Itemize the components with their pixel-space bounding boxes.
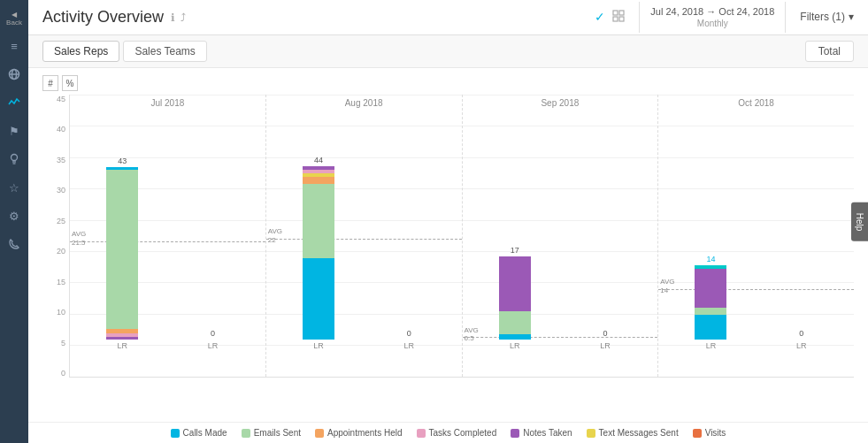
bar-total-label: 0 — [407, 329, 411, 338]
bar-segment — [499, 311, 531, 334]
legend-color-appointments — [315, 429, 324, 438]
toolbar: Sales Reps Sales Teams Total — [28, 35, 868, 68]
bar-segment — [106, 337, 138, 340]
bar-segment — [499, 334, 531, 340]
month-label-jul: Jul 2018 — [70, 98, 265, 108]
bar-group: 0 LR — [786, 329, 818, 350]
sidebar-item-flag[interactable]: ⚑ — [2, 118, 27, 143]
sidebar-item-activity[interactable] — [2, 90, 27, 115]
bar-group: 0 LR — [589, 329, 621, 350]
bar-x-label: LR — [404, 341, 415, 350]
tab-sales-teams[interactable]: Sales Teams — [123, 41, 206, 62]
main-content: Activity Overview ℹ ⤴ ✓ Jul 24, 2018 → O… — [28, 0, 868, 443]
bar-x-label: LR — [600, 341, 611, 350]
svg-rect-8 — [613, 17, 618, 21]
y-axis: 45 40 35 30 25 20 15 10 5 0 — [42, 95, 69, 378]
month-oct: Oct 2018 AVG14 14 — [658, 95, 854, 377]
legend-color-texts — [587, 429, 595, 438]
date-range[interactable]: Jul 24, 2018 → Oct 24, 2018 Monthly — [639, 2, 786, 33]
grid-view-icon[interactable] — [612, 10, 625, 25]
legend-calls-made: Calls Made — [171, 428, 227, 438]
stacked-bar — [695, 265, 726, 340]
chart-legend: Calls Made Emails Sent Appointments Held… — [28, 422, 868, 443]
svg-point-3 — [12, 155, 18, 161]
share-icon[interactable]: ⤴ — [181, 11, 186, 24]
legend-label-calls: Calls Made — [183, 428, 227, 438]
month-aug: Aug 2018 AVG22 44 — [266, 95, 463, 377]
header-right: ✓ Jul 24, 2018 → Oct 24, 2018 Monthly Fi… — [595, 2, 854, 33]
bar-group: 0 LR — [393, 329, 425, 350]
legend-visits: Visits — [693, 428, 726, 438]
legend-text-messages: Text Messages Sent — [587, 428, 679, 438]
svg-rect-7 — [619, 11, 624, 15]
header: Activity Overview ℹ ⤴ ✓ Jul 24, 2018 → O… — [28, 0, 868, 35]
svg-rect-6 — [613, 11, 618, 15]
month-label-aug: Aug 2018 — [266, 98, 462, 108]
legend-color-tasks — [417, 429, 426, 438]
legend-notes: Notes Taken — [511, 428, 572, 438]
back-button[interactable]: ◀ Back — [6, 7, 22, 30]
absolute-btn[interactable]: # — [42, 75, 58, 91]
page-title: Activity Overview — [42, 8, 164, 27]
info-icon[interactable]: ℹ — [171, 11, 175, 24]
bar-x-label: LR — [313, 341, 324, 350]
legend-color-notes — [511, 429, 519, 438]
legend-label-appointments: Appointments Held — [327, 428, 403, 438]
check-view-icon[interactable]: ✓ — [595, 10, 605, 24]
bar-segment — [695, 315, 726, 340]
legend-emails-sent: Emails Sent — [242, 428, 301, 438]
legend-appointments: Appointments Held — [315, 428, 403, 438]
legend-tasks: Tasks Completed — [417, 428, 497, 438]
month-jul: Jul 2018 AVG21.5 43 — [70, 95, 266, 377]
bar-x-label: LR — [208, 341, 219, 350]
bar-segment — [695, 269, 726, 308]
sidebar-item-star[interactable]: ☆ — [2, 175, 27, 200]
bar-total-label: 17 — [511, 246, 519, 255]
legend-color-calls — [171, 429, 180, 438]
legend-label-tasks: Tasks Completed — [429, 428, 497, 438]
percent-btn[interactable]: % — [62, 75, 78, 91]
stacked-bar — [499, 256, 531, 340]
svg-rect-9 — [619, 17, 624, 21]
bar-x-label: LR — [706, 341, 717, 350]
month-sep: Sep 2018 AVG6.5 17 LR — [463, 95, 659, 377]
bar-total-label: 44 — [314, 156, 323, 164]
bar-segment — [303, 177, 334, 184]
chart-controls: # % — [42, 75, 854, 91]
bar-group: 14 LR — [695, 255, 726, 350]
legend-label-visits: Visits — [705, 428, 726, 438]
bars-jul: 43 LR — [70, 157, 265, 350]
bar-x-label: LR — [117, 341, 127, 350]
bar-x-label: LR — [510, 341, 520, 350]
sidebar-item-phone[interactable] — [2, 232, 27, 256]
bar-group: 43 LR — [106, 157, 138, 350]
legend-color-emails — [242, 429, 250, 438]
bar-segment — [695, 308, 726, 315]
help-button[interactable]: Help — [851, 202, 868, 241]
header-info-icons: ℹ ⤴ — [171, 11, 186, 24]
stacked-bar — [106, 167, 138, 340]
bar-total-label: 0 — [799, 329, 803, 338]
bar-group: 0 LR — [197, 329, 229, 350]
filters-button[interactable]: Filters (1) ▾ — [800, 11, 854, 23]
sidebar-item-settings[interactable]: ⚙ — [2, 203, 27, 228]
bar-group: 44 LR — [303, 156, 334, 350]
sidebar-item-globe[interactable] — [2, 62, 27, 87]
tab-sales-reps[interactable]: Sales Reps — [42, 41, 119, 62]
total-button[interactable]: Total — [805, 41, 854, 62]
bar-total-label: 0 — [211, 329, 215, 338]
bar-total-label: 43 — [118, 157, 127, 165]
bar-total-label: 14 — [706, 255, 715, 264]
stacked-bar — [303, 166, 334, 340]
bars-sep: 17 LR 0 LR — [463, 246, 658, 350]
legend-label-notes: Notes Taken — [523, 428, 572, 438]
bars-aug: 44 LR — [266, 156, 462, 350]
sidebar-item-bulb[interactable] — [2, 147, 27, 172]
bar-segment — [499, 256, 531, 311]
bar-x-label: LR — [796, 341, 807, 350]
legend-label-emails: Emails Sent — [254, 428, 301, 438]
bar-total-label: 0 — [603, 329, 608, 338]
chart-container: 45 40 35 30 25 20 15 10 5 0 — [42, 95, 854, 378]
sidebar-item-list[interactable]: ≡ — [2, 34, 27, 58]
bar-segment — [303, 184, 334, 258]
